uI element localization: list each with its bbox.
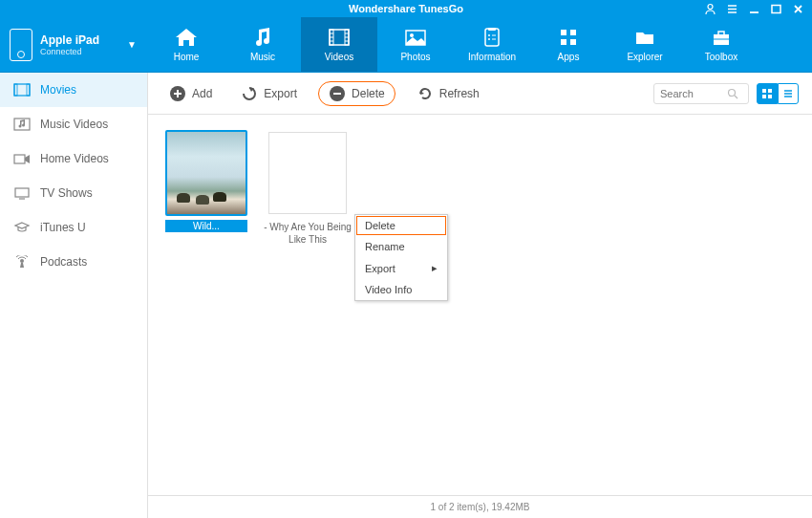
window-controls [704,0,804,17]
context-rename[interactable]: Rename [355,236,447,257]
search-box[interactable] [653,83,749,104]
svg-line-45 [735,96,737,98]
svg-rect-5 [772,5,780,12]
svg-rect-28 [570,39,576,45]
toolbar-right [653,83,799,104]
device-name: Apple iPad [40,33,99,47]
sidebar-item-podcasts[interactable]: Podcasts [0,245,147,279]
sidebar-label: Movies [40,83,76,97]
export-button[interactable]: Export [233,81,305,106]
search-icon [727,88,738,99]
sidebar-label: Podcasts [40,255,87,269]
nav-videos[interactable]: Videos [301,17,377,72]
music-videos-icon [13,117,31,132]
video-thumbnail [165,130,247,216]
svg-point-21 [488,34,490,36]
chevron-down-icon: ▼ [127,39,137,50]
nav-toolbox[interactable]: Toolbox [683,17,759,72]
video-label: Wild... [165,220,247,232]
svg-rect-47 [768,89,772,93]
context-video-info[interactable]: Video Info [355,279,447,300]
sidebar-label: Home Videos [40,152,109,165]
movies-icon [13,82,31,97]
svg-rect-49 [768,95,772,98]
sidebar-item-itunes-u[interactable]: iTunes U [0,210,147,245]
header: Apple iPad Connected ▼ Home Music Videos… [0,17,812,73]
svg-rect-35 [14,155,25,163]
plus-icon [169,85,186,102]
nav-music[interactable]: Music [224,17,301,72]
search-input[interactable] [660,88,727,99]
svg-rect-31 [14,84,30,96]
svg-point-0 [708,4,713,9]
menu-icon[interactable] [726,3,738,15]
sidebar-label: TV Shows [40,186,93,200]
chevron-right-icon: ▸ [432,262,438,274]
video-thumbnail [267,130,349,216]
nav-information[interactable]: Information [454,17,530,72]
information-icon [480,27,504,48]
svg-rect-36 [15,188,29,197]
minimize-icon[interactable] [748,3,760,15]
list-view-button[interactable] [778,83,799,104]
home-icon [174,27,199,48]
svg-point-44 [729,89,736,96]
toolbar: Add Export Delete Refresh [148,73,812,115]
sidebar-item-tv-shows[interactable]: TV Shows [0,176,147,210]
sidebar-item-movies[interactable]: Movies [0,73,147,107]
videos-icon [327,27,352,48]
delete-button[interactable]: Delete [318,81,395,106]
refresh-icon [417,85,434,102]
nav-home[interactable]: Home [148,17,224,72]
sidebar-item-home-videos[interactable]: Home Videos [0,141,147,176]
home-videos-icon [13,151,31,166]
video-item[interactable]: - Why Are You Being Like This [265,130,351,247]
status-text: 1 of 2 item(s), 19.42MB [431,502,530,512]
sidebar-label: Music Videos [40,118,108,131]
podcasts-icon [13,254,31,270]
nav-explorer[interactable]: Explorer [607,17,683,72]
minus-icon [329,85,346,102]
svg-rect-48 [762,95,766,98]
svg-rect-46 [762,89,766,93]
sidebar-item-music-videos[interactable]: Music Videos [0,107,147,141]
context-export[interactable]: Export▸ [355,257,447,279]
device-selector[interactable]: Apple iPad Connected ▼ [0,17,148,72]
svg-point-38 [20,259,24,263]
content: Movies Music Videos Home Videos TV Shows… [0,73,812,518]
svg-point-18 [410,33,414,37]
refresh-button[interactable]: Refresh [409,81,487,106]
grid-view-button[interactable] [757,83,778,104]
itunes-u-icon [13,220,31,235]
toolbox-icon [709,27,734,48]
user-icon[interactable] [704,3,716,15]
context-menu: Delete Rename Export▸ Video Info [354,214,448,301]
close-icon[interactable] [792,3,804,15]
sidebar: Movies Music Videos Home Videos TV Shows… [0,73,148,518]
statusbar: 1 of 2 item(s), 19.42MB [148,495,812,518]
sidebar-label: iTunes U [40,221,86,234]
explorer-icon [632,27,657,48]
titlebar: Wondershare TunesGo [0,0,812,17]
music-icon [250,27,275,48]
video-label: - Why Are You Being Like This [255,220,360,247]
svg-rect-20 [488,28,496,31]
svg-rect-26 [570,30,576,35]
video-grid: Wild... - Why Are You Being Like This [148,115,812,495]
context-delete[interactable]: Delete [356,216,446,235]
nav-apps[interactable]: Apps [530,17,607,72]
svg-rect-19 [485,29,499,46]
main-panel: Add Export Delete Refresh [148,73,812,518]
main-nav: Home Music Videos Photos Information App… [148,17,759,72]
add-button[interactable]: Add [161,81,220,106]
maximize-icon[interactable] [770,3,782,15]
nav-photos[interactable]: Photos [377,17,454,72]
video-item[interactable]: Wild... [163,130,249,232]
device-status: Connected [40,47,99,56]
apps-icon [556,27,581,48]
tablet-icon [10,29,32,61]
svg-rect-25 [561,30,566,35]
tv-shows-icon [13,185,31,201]
photos-icon [403,27,428,48]
device-info: Apple iPad Connected [40,33,99,56]
